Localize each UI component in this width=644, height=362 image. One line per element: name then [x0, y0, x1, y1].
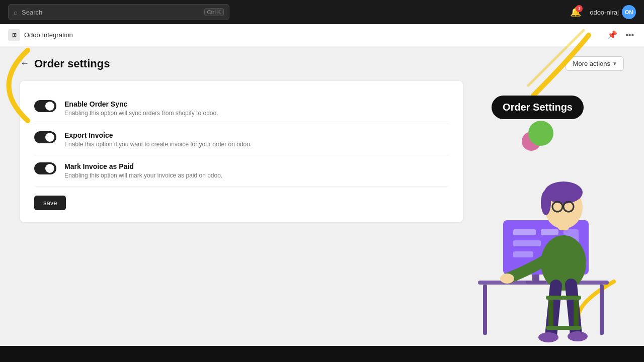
setting-title-enable-order-sync: Enable Order Sync — [64, 100, 449, 108]
illustration-person — [468, 115, 619, 346]
yellow-curve-left — [0, 45, 28, 126]
save-area: save — [34, 187, 449, 210]
search-bar[interactable]: ⌕ Search Ctrl K — [8, 4, 229, 20]
setting-row-export-invoice: Export Invoice Enable this option if you… — [34, 124, 449, 155]
toggle-track — [34, 162, 56, 174]
setting-title-mark-invoice-paid: Mark Invoice as Paid — [64, 162, 449, 170]
username-label: odoo-niraj — [590, 9, 619, 16]
svg-rect-4 — [526, 281, 546, 284]
svg-rect-2 — [600, 285, 604, 335]
setting-desc-export-invoice: Enable this option if you want to create… — [64, 141, 449, 148]
circle-green — [528, 121, 553, 146]
breadcrumb: Odoo Integration — [24, 31, 73, 39]
grid-icon: ⊞ — [12, 32, 17, 38]
toggle-enable-order-sync[interactable] — [34, 100, 56, 112]
yellow-curve-right-top — [528, 30, 594, 96]
svg-rect-22 — [546, 296, 581, 300]
pin-icon[interactable]: 📌 — [605, 28, 619, 42]
subheader-left: ⊞ Odoo Integration — [8, 29, 73, 41]
bottom-bar — [0, 346, 644, 362]
notification-button[interactable]: 🔔 1 — [568, 4, 584, 20]
chevron-down-icon: ▾ — [613, 60, 616, 67]
setting-title-export-invoice: Export Invoice — [64, 131, 449, 139]
setting-info-export-invoice: Export Invoice Enable this option if you… — [64, 131, 449, 148]
notification-badge: 1 — [576, 5, 583, 12]
page-title-area: ← Order settings — [20, 57, 110, 70]
page-title: Order settings — [34, 57, 110, 70]
toggle-thumb — [45, 164, 54, 173]
svg-rect-8 — [513, 240, 541, 246]
svg-point-15 — [541, 190, 551, 215]
svg-point-21 — [568, 331, 588, 341]
toggle-track — [34, 131, 56, 143]
svg-rect-9 — [513, 251, 533, 257]
toggle-thumb — [45, 102, 54, 111]
toggle-export-invoice[interactable] — [34, 131, 56, 143]
save-button[interactable]: save — [34, 196, 66, 210]
search-shortcut: Ctrl K — [204, 8, 224, 16]
svg-rect-23 — [548, 300, 553, 330]
svg-point-19 — [500, 274, 514, 284]
svg-rect-24 — [574, 300, 579, 330]
app-icon: ⊞ — [8, 29, 20, 41]
setting-row-enable-order-sync: Enable Order Sync Enabling this option w… — [34, 93, 449, 124]
setting-desc-mark-invoice-paid: Enabling this option will mark your invo… — [64, 172, 449, 179]
toggle-thumb — [45, 133, 54, 142]
setting-info-enable-order-sync: Enable Order Sync Enabling this option w… — [64, 100, 449, 117]
svg-point-20 — [538, 332, 558, 342]
svg-rect-7 — [541, 229, 558, 235]
search-text: Search — [22, 9, 200, 16]
toggle-mark-invoice-paid[interactable] — [34, 162, 56, 174]
settings-card: Enable Order Sync Enabling this option w… — [20, 81, 463, 222]
toggle-track — [34, 100, 56, 112]
more-options-icon[interactable]: ••• — [623, 29, 636, 42]
setting-row-mark-invoice-paid: Mark Invoice as Paid Enabling this optio… — [34, 155, 449, 187]
svg-rect-1 — [483, 285, 487, 335]
user-menu[interactable]: odoo-niraj ON — [590, 5, 636, 19]
setting-info-mark-invoice-paid: Mark Invoice as Paid Enabling this optio… — [64, 162, 449, 179]
order-settings-badge-label: Order Settings — [503, 102, 573, 113]
subheader-right: 📌 ••• — [605, 28, 636, 42]
user-avatar: ON — [622, 5, 636, 19]
setting-desc-enable-order-sync: Enabling this option will sync orders fr… — [64, 110, 449, 117]
svg-rect-6 — [513, 229, 536, 235]
order-settings-badge: Order Settings — [492, 96, 584, 119]
topbar: ⌕ Search Ctrl K 🔔 1 odoo-niraj ON — [0, 0, 644, 24]
svg-rect-25 — [546, 326, 581, 330]
topbar-right: 🔔 1 odoo-niraj ON — [568, 4, 636, 20]
search-icon: ⌕ — [14, 9, 18, 16]
